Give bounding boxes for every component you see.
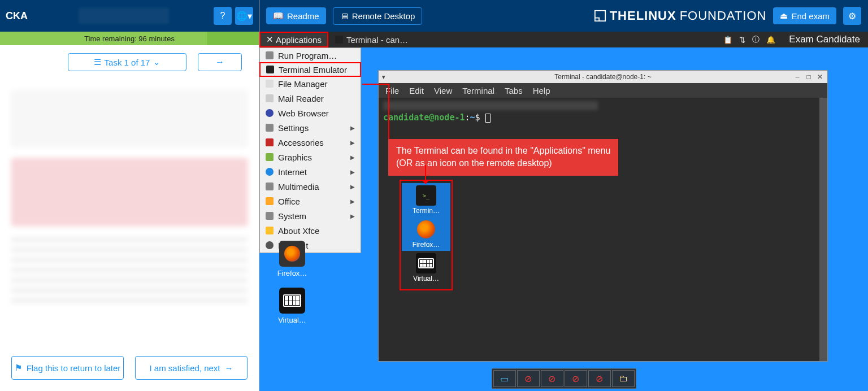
menu-file[interactable]: File xyxy=(385,86,399,95)
terminal-titlebar[interactable]: ▾ Terminal - candidate@node-1: ~ – □ ✕ xyxy=(379,71,827,83)
internet-icon xyxy=(266,168,274,176)
show-desktop-button[interactable]: ▭ xyxy=(493,370,516,387)
satisfied-next-button[interactable]: I am satisfied, next → xyxy=(135,356,248,380)
menu-about-xfce[interactable]: About Xfce xyxy=(260,223,361,238)
dock-slot-blocked-3[interactable]: ⊘ xyxy=(565,370,587,387)
transfer-icon[interactable]: ⇅ xyxy=(739,36,745,44)
next-task-button[interactable]: → xyxy=(198,53,242,71)
blurred-header-text xyxy=(79,8,169,24)
firefox-icon xyxy=(279,241,305,267)
task-content-area xyxy=(0,79,259,356)
system-icon xyxy=(266,212,274,220)
menu-label: File Manager xyxy=(278,79,328,89)
time-remaining-bar: Time remaining: 96 minutes xyxy=(0,32,259,45)
mail-icon xyxy=(266,94,274,102)
list-icon: ☰ xyxy=(94,57,101,67)
applications-menu-button[interactable]: ✕ Applications xyxy=(259,32,328,47)
end-exam-button[interactable]: ⏏ End exam xyxy=(773,7,836,24)
help-button[interactable]: ? xyxy=(214,7,232,25)
menu-terminal-emulator[interactable]: Terminal Emulator xyxy=(259,62,361,77)
xfce-top-taskbar: ✕ Applications Terminal - can… 📋 ⇅ ⓘ 🔔 E… xyxy=(259,32,868,47)
end-exam-label: End exam xyxy=(791,11,830,21)
arrow-right-icon: → xyxy=(215,57,224,67)
right-header: 📖 Readme 🖥 Remote Desktop THELINUXFOUNDA… xyxy=(259,0,868,32)
time-remaining-text: Time remaining: 96 minutes xyxy=(84,34,175,43)
terminal-scrollbar[interactable] xyxy=(819,98,827,361)
desktop-icon-virtual-keyboard[interactable]: Virtual… xyxy=(270,288,315,324)
globe-icon xyxy=(266,109,274,117)
task-dropdown-label: Task 1 of 17 xyxy=(105,58,150,67)
menu-settings[interactable]: Settings▶ xyxy=(260,120,361,135)
settings-button[interactable]: ⚙ xyxy=(843,7,861,25)
terminal-menubar: File Edit View Terminal Tabs Help xyxy=(379,83,827,98)
readme-button[interactable]: 📖 Readme xyxy=(266,7,326,24)
bottom-button-row: ⚑ Flag this to return to later I am sati… xyxy=(0,356,259,391)
info-icon[interactable]: ⓘ xyxy=(752,34,760,45)
icon-label: Firefox… xyxy=(277,269,307,277)
remote-desktop-label: Remote Desktop xyxy=(352,11,415,21)
left-exam-panel: CKA ? 🌐▾ Time remaining: 96 minutes ☰ Ta… xyxy=(0,0,259,391)
graphics-icon xyxy=(266,153,274,161)
menu-internet[interactable]: Internet▶ xyxy=(260,164,361,179)
maximize-button[interactable]: □ xyxy=(805,73,813,81)
menu-label: System xyxy=(278,211,306,221)
right-panel: 📖 Readme 🖥 Remote Desktop THELINUXFOUNDA… xyxy=(259,0,868,391)
menu-tabs[interactable]: Tabs xyxy=(505,86,523,95)
desktop-icon-firefox[interactable]: Firefox… xyxy=(270,241,315,277)
globe-icon: 🌐▾ xyxy=(236,11,252,21)
window-menu-icon[interactable]: ▾ xyxy=(382,73,385,81)
arrow-right-icon: → xyxy=(225,363,233,373)
chevron-right-icon: ▶ xyxy=(350,169,355,175)
menu-label: Graphics xyxy=(278,153,312,162)
menu-help[interactable]: Help xyxy=(533,86,550,95)
prompt-user: candidate@node-1 xyxy=(383,112,465,123)
dock-slot-blocked-1[interactable]: ⊘ xyxy=(517,370,540,387)
annotation-arrow-1 xyxy=(362,84,389,85)
dock-slot-blocked-4[interactable]: ⊘ xyxy=(588,370,611,387)
menu-run-program[interactable]: Run Program… xyxy=(260,48,361,63)
menu-multimedia[interactable]: Multimedia▶ xyxy=(260,179,361,194)
taskbar-window-terminal[interactable]: Terminal - can… xyxy=(328,35,415,45)
star-icon xyxy=(266,227,274,234)
menu-edit[interactable]: Edit xyxy=(409,86,424,95)
arrow-head-down-icon xyxy=(422,180,429,184)
help-icon: ? xyxy=(220,11,225,21)
menu-terminal[interactable]: Terminal xyxy=(462,86,494,95)
menu-mail-reader[interactable]: Mail Reader xyxy=(260,91,361,106)
minimize-button[interactable]: – xyxy=(793,73,801,81)
task-dropdown[interactable]: ☰ Task 1 of 17 ⌄ xyxy=(68,53,186,71)
menu-accessories[interactable]: Accessories▶ xyxy=(260,135,361,150)
office-icon xyxy=(266,197,274,205)
menu-file-manager[interactable]: File Manager xyxy=(260,76,361,91)
gear-icon: ⚙ xyxy=(848,11,856,21)
blurred-context-box xyxy=(11,90,248,147)
chevron-right-icon: ▶ xyxy=(350,140,355,146)
bell-icon[interactable]: 🔔 xyxy=(766,36,775,44)
menu-label: Settings xyxy=(278,123,309,133)
menu-web-browser[interactable]: Web Browser xyxy=(260,106,361,120)
annotation-line1: The Terminal can be found in the "Applic… xyxy=(396,145,610,157)
svg-rect-0 xyxy=(594,11,605,21)
chevron-down-icon: ⌄ xyxy=(153,57,160,67)
dock-slot-blocked-2[interactable]: ⊘ xyxy=(541,370,563,387)
left-header: CKA ? 🌐▾ xyxy=(0,0,259,32)
language-button[interactable]: 🌐▾ xyxy=(235,7,253,25)
close-button[interactable]: ✕ xyxy=(816,73,824,81)
logo-bold: THELINUX xyxy=(610,8,676,23)
exam-title: CKA xyxy=(6,10,28,22)
header-button-group: ? 🌐▾ xyxy=(214,7,253,25)
menu-graphics[interactable]: Graphics▶ xyxy=(260,150,361,164)
blurred-warning-box xyxy=(11,158,248,226)
terminal-title-text: Terminal - candidate@node-1: ~ xyxy=(554,73,651,81)
flag-button[interactable]: ⚑ Flag this to return to later xyxy=(11,356,124,380)
dock-file-manager[interactable]: 🗀 xyxy=(612,370,635,387)
clipboard-icon[interactable]: 📋 xyxy=(723,36,732,44)
menu-office[interactable]: Office▶ xyxy=(260,194,361,208)
remote-desktop-button[interactable]: 🖥 Remote Desktop xyxy=(333,7,423,25)
annotation-arrow-1v xyxy=(388,84,389,139)
menu-view[interactable]: View xyxy=(434,86,452,95)
annotation-callout: The Terminal can be found in the "Applic… xyxy=(388,139,618,176)
annotation-line2: (OR as an icon on the remote desktop) xyxy=(396,157,610,170)
satisfied-label: I am satisfied, next xyxy=(149,363,220,373)
menu-system[interactable]: System▶ xyxy=(260,208,361,223)
